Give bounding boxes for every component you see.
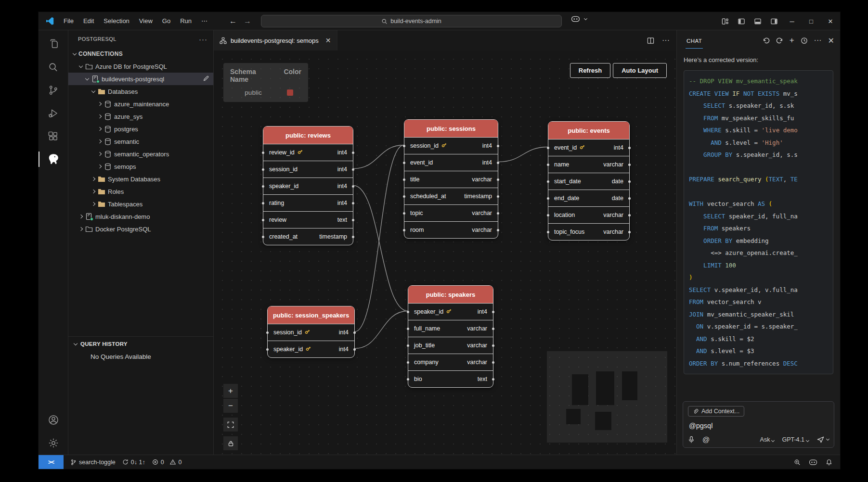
sidebar-item-semantic[interactable]: semantic [68,135,213,148]
activity-run-debug-icon[interactable] [39,101,68,125]
sidebar-item-tablespaces[interactable]: Tablespaces [68,198,213,210]
sidebar-item-postgres[interactable]: postgres [68,123,213,135]
screencast-zoom-icon[interactable] [794,459,801,466]
activity-extensions-icon[interactable] [39,125,68,148]
tab-chat[interactable]: CHAT [686,33,703,49]
activity-account-icon[interactable] [39,408,68,431]
minimize-button[interactable]: ─ [782,12,802,30]
model-select[interactable]: GPT-4.1 [782,436,809,443]
mention-icon[interactable]: @ [702,435,710,444]
editor-more-icon[interactable]: ··· [662,36,670,45]
send-button[interactable] [816,435,829,444]
er-table-sessions[interactable]: public: sessionssession_idint4event_idin… [404,119,498,239]
activity-explorer-icon[interactable] [39,32,68,55]
split-editor-icon[interactable] [647,37,654,44]
remote-indicator[interactable]: >< [39,455,64,469]
sidebar-item-semops[interactable]: semops [68,160,213,173]
close-chat-icon[interactable]: ✕ [828,36,834,45]
microphone-icon[interactable] [688,436,695,444]
sidebar-item-azure-sys[interactable]: azure_sys [68,110,213,123]
git-branch-item[interactable]: search-toggle [70,459,116,466]
forward-arrow-icon[interactable]: → [244,17,251,25]
chat-message-text: Here’s a corrected version: [684,56,833,63]
menu-bar: FileEditSelectionViewGoRun⋯ [59,15,212,26]
new-chat-icon[interactable]: + [790,36,794,45]
er-column-type: int4 [482,159,492,166]
code-line: AND s.level = 'High' [689,137,833,149]
chat-history-icon[interactable] [801,37,808,44]
sync-item[interactable]: 0↓ 1↑ [122,459,145,466]
menu-edit[interactable]: Edit [79,15,98,26]
add-context-button[interactable]: Add Context... [688,406,744,417]
er-table-session_speakers[interactable]: public: session_speakerssession_idint4sp… [267,306,355,358]
sidebar-item-mluk-diskann-demo[interactable]: mluk-diskann-demo [68,210,213,223]
er-table-events[interactable]: public: eventsevent_idint4namevarcharsta… [548,121,630,241]
edge-port-left [266,348,269,351]
sidebar-item-roles[interactable]: Roles [68,185,213,198]
activity-source-control-icon[interactable] [39,78,68,101]
undo-icon[interactable] [763,37,770,44]
er-table-title: public: reviews [263,127,353,144]
chevron-down-icon [73,51,77,55]
er-column-name: speaker_id [414,308,452,316]
sidebar-item-connections[interactable]: CONNECTIONS [68,48,213,60]
edit-connection-icon[interactable] [203,75,209,83]
tree-item-label: CONNECTIONS [78,51,123,57]
er-table-reviews[interactable]: public: reviewsreview_idint4session_idin… [263,126,353,245]
chat-code-block[interactable]: -- DROP VIEW mv_semantic_speakCREATE VIE… [684,70,833,374]
refresh-button[interactable]: Refresh [570,63,610,78]
customize-layout-icon[interactable] [717,12,733,30]
toggle-sidebar-icon[interactable] [733,12,750,30]
close-tab-icon[interactable]: ✕ [325,37,331,44]
chevron-right-icon [91,190,95,193]
code-line: AND s.skill = $2 [689,333,833,345]
sidebar-more-icon[interactable]: ··· [199,35,207,43]
activity-search-icon[interactable] [39,55,68,78]
toggle-secondary-sidebar-icon[interactable] [766,12,782,30]
toggle-panel-icon[interactable] [750,12,766,30]
sidebar-item-azure-maintenance[interactable]: azure_maintenance [68,98,213,110]
chat-input-value[interactable]: @pgsql [689,422,829,430]
zoom-in-button[interactable]: + [223,384,238,398]
menu-run[interactable]: Run [176,15,196,26]
chat-more-icon[interactable]: ··· [814,36,822,45]
sidebar-item-databases[interactable]: Databases [68,85,213,98]
back-arrow-icon[interactable]: ← [229,17,237,25]
command-center-search[interactable]: build-events-admin [261,15,562,27]
sidebar-item-docker-postgresql[interactable]: Docker PostgreSQL [68,223,213,235]
sidebar-header: POSTGRESQL ··· [68,30,213,48]
code-line: ORDER BY embedding [689,235,833,247]
maximize-button[interactable]: □ [802,12,821,30]
menu-overflow-icon[interactable]: ⋯ [197,15,212,26]
sidebar-item-semantic-operators[interactable]: semantic_operators [68,148,213,160]
activity-settings-icon[interactable] [39,431,68,455]
lock-button[interactable] [223,436,238,450]
sidebar-item-system-databases[interactable]: System Databases [68,173,213,185]
diagram-minimap[interactable] [547,351,667,443]
er-column-room: roomvarchar [404,221,498,238]
menu-go[interactable]: Go [158,15,175,26]
er-diagram-canvas[interactable]: Schema Name Color public Refresh Auto La… [214,51,676,455]
edge-port-left [403,162,405,164]
menu-file[interactable]: File [59,15,78,26]
zoom-out-button[interactable]: − [223,399,238,413]
errors-item[interactable]: 0 0 [152,459,182,466]
redo-icon[interactable] [776,37,783,44]
chat-input-box[interactable]: Add Context... @pgsql @ Ask GPT-4.1 [683,401,834,448]
sidebar-item-buildevents-postgresql[interactable]: buildevents-postgresql [68,73,213,85]
tab-schema-diagram[interactable]: buildevents-postgresql: semops ✕ [214,30,337,51]
activity-postgresql-icon[interactable] [39,148,68,171]
copilot-menu[interactable] [571,15,587,23]
menu-view[interactable]: View [135,15,157,26]
auto-layout-button[interactable]: Auto Layout [613,63,667,78]
sidebar-item-azure-db-for-postgresql[interactable]: Azure DB for PostgreSQL [68,60,213,73]
fit-view-button[interactable] [223,418,238,431]
menu-selection[interactable]: Selection [99,15,133,26]
close-window-button[interactable]: ✕ [821,12,840,30]
copilot-status-icon[interactable] [809,459,817,466]
chat-mode-select[interactable]: Ask [760,436,775,443]
notifications-bell-icon[interactable] [826,459,832,466]
er-table-speakers[interactable]: public: speakersspeaker_idint4full_namev… [408,285,493,388]
query-history-header[interactable]: QUERY HISTORY [68,337,213,351]
code-line: FROM vector_search v [689,296,833,308]
